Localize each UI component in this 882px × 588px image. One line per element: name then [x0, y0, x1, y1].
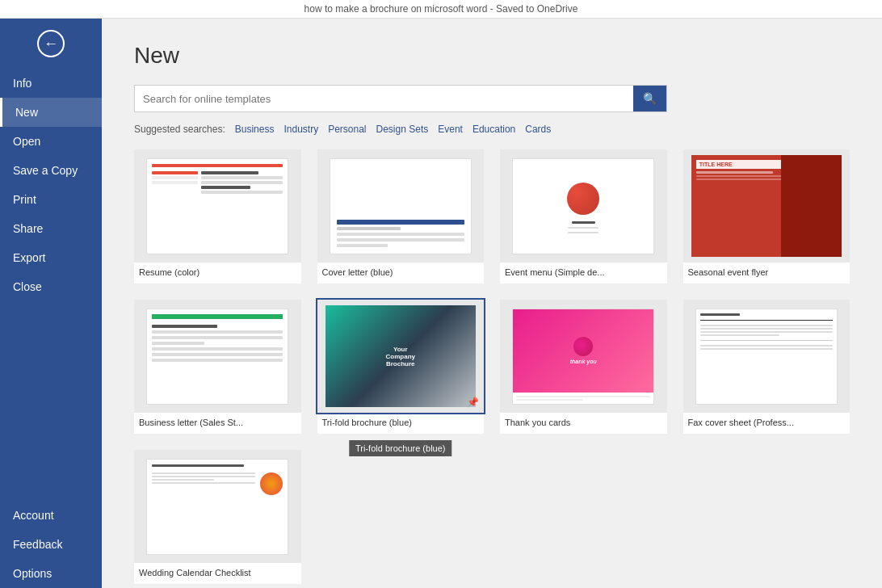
sidebar-item-close[interactable]: Close — [0, 272, 102, 301]
tag-event[interactable]: Event — [438, 124, 463, 135]
template-resume-color[interactable]: Resume (color) — [134, 149, 301, 284]
template-grid: Resume (color) — [134, 149, 850, 584]
sidebar-item-save-copy[interactable]: Save a Copy — [0, 156, 102, 185]
search-input[interactable] — [135, 86, 633, 111]
tag-industry[interactable]: Industry — [284, 124, 318, 135]
template-label: Resume (color) — [134, 262, 301, 284]
template-label: Business letter (Sales St... — [134, 413, 301, 434]
template-thumbnail — [317, 149, 485, 262]
template-thumbnail — [683, 300, 850, 413]
search-button[interactable]: 🔍 — [633, 86, 666, 111]
back-button[interactable]: ← — [0, 19, 102, 69]
template-thumbnail — [500, 149, 667, 262]
template-thumbnail: YourCompanyBrochure 📌 — [317, 300, 485, 413]
brochure-tooltip: Tri-fold brochure (blue) — [349, 440, 452, 456]
template-label: Fax cover sheet (Profess... — [683, 413, 850, 434]
tag-personal[interactable]: Personal — [328, 124, 366, 135]
sidebar-item-share[interactable]: Share — [0, 214, 102, 243]
sidebar-item-info[interactable]: Info — [0, 69, 102, 98]
template-label: Event menu (Simple de... — [500, 262, 667, 284]
suggested-searches: Suggested searches: Business Industry Pe… — [134, 124, 850, 135]
template-label: Wedding Calendar Checklist — [134, 563, 301, 584]
sidebar-nav: Info New Open Save a Copy Print Share Ex… — [0, 69, 102, 588]
template-thank-you-cards[interactable]: thank you Thank you cards — [500, 300, 667, 434]
template-thumbnail — [134, 149, 301, 262]
tag-education[interactable]: Education — [472, 124, 515, 135]
template-label: Seasonal event flyer — [683, 262, 850, 284]
template-label: Tri-fold brochure (blue) — [317, 413, 485, 434]
template-cover-letter-blue[interactable]: Cover letter (blue) — [317, 149, 485, 284]
title-bar: how to make a brochure on microsoft word… — [0, 0, 882, 19]
back-circle-icon: ← — [37, 30, 65, 57]
template-event-menu[interactable]: Event menu (Simple de... — [500, 149, 667, 284]
main-content: New 🔍 Suggested searches: Business Indus… — [102, 19, 882, 588]
template-fax-cover[interactable]: Fax cover sheet (Profess... — [683, 300, 850, 434]
template-label: Thank you cards — [500, 413, 667, 434]
tag-cards[interactable]: Cards — [525, 124, 551, 135]
sidebar: ← Info New Open Save a Copy Print Share … — [0, 19, 102, 588]
sidebar-item-options[interactable]: Options — [0, 559, 102, 588]
tag-design-sets[interactable]: Design Sets — [376, 124, 429, 135]
template-thumbnail: thank you — [500, 300, 667, 413]
pin-icon: 📌 — [467, 397, 479, 408]
template-label: Cover letter (blue) — [317, 262, 485, 284]
suggested-label: Suggested searches: — [134, 124, 225, 135]
template-wedding-calendar[interactable]: Wedding Calendar Checklist — [134, 450, 301, 584]
template-thumbnail: TITLE HERE — [683, 149, 850, 262]
template-brochure-blue[interactable]: YourCompanyBrochure 📌 Tri-fold brochure … — [317, 300, 485, 434]
template-biz-letter[interactable]: Business letter (Sales St... — [134, 300, 301, 434]
title-text: how to make a brochure on microsoft word… — [304, 3, 578, 15]
sidebar-item-account[interactable]: Account — [0, 501, 102, 530]
page-title: New — [134, 43, 850, 69]
sidebar-item-export[interactable]: Export — [0, 243, 102, 272]
sidebar-bottom: Account Feedback Options — [0, 501, 102, 588]
template-thumbnail — [134, 450, 301, 563]
sidebar-item-feedback[interactable]: Feedback — [0, 530, 102, 559]
template-seasonal-flyer[interactable]: TITLE HERE Seasonal event flyer — [683, 149, 850, 284]
template-thumbnail — [134, 300, 301, 413]
search-bar: 🔍 — [134, 85, 667, 112]
sidebar-item-print[interactable]: Print — [0, 185, 102, 214]
sidebar-item-new[interactable]: New — [0, 98, 102, 127]
tag-business[interactable]: Business — [235, 124, 275, 135]
sidebar-item-open[interactable]: Open — [0, 127, 102, 156]
